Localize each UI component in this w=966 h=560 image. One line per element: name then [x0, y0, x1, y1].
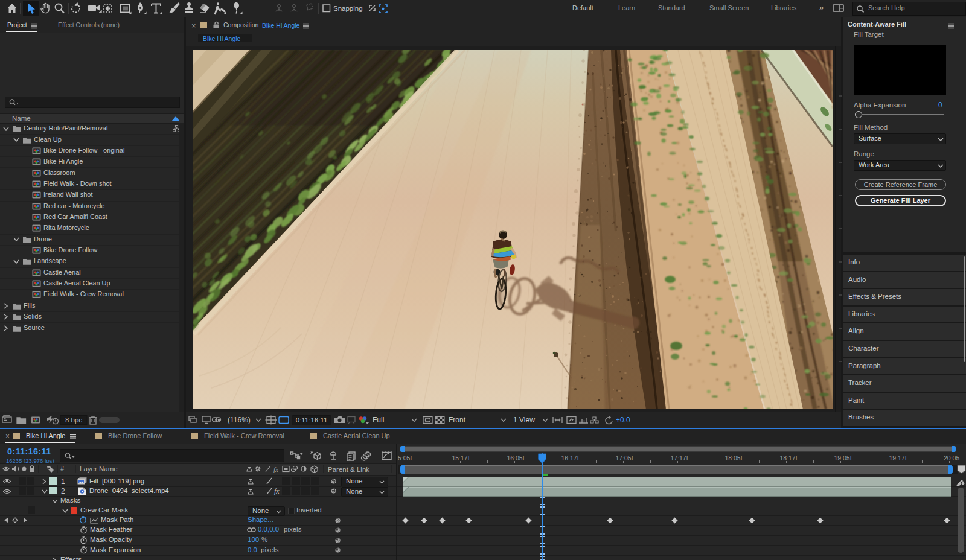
svg-text:8 bpc: 8 bpc [65, 416, 82, 424]
svg-text:Layer Name: Layer Name [80, 465, 118, 472]
svg-text:fx: fx [273, 466, 278, 473]
svg-text:+0.0: +0.0 [616, 416, 630, 424]
svg-text:Snapping: Snapping [333, 5, 363, 12]
svg-text:#: # [60, 465, 65, 472]
svg-text:Front: Front [449, 416, 466, 424]
svg-text:0:11:16:11: 0:11:16:11 [296, 416, 328, 424]
svg-text:1 View: 1 View [513, 416, 535, 424]
svg-text:(116%): (116%) [228, 416, 251, 424]
svg-text:Parent & Link: Parent & Link [328, 466, 369, 473]
svg-text:Full: Full [373, 416, 384, 424]
